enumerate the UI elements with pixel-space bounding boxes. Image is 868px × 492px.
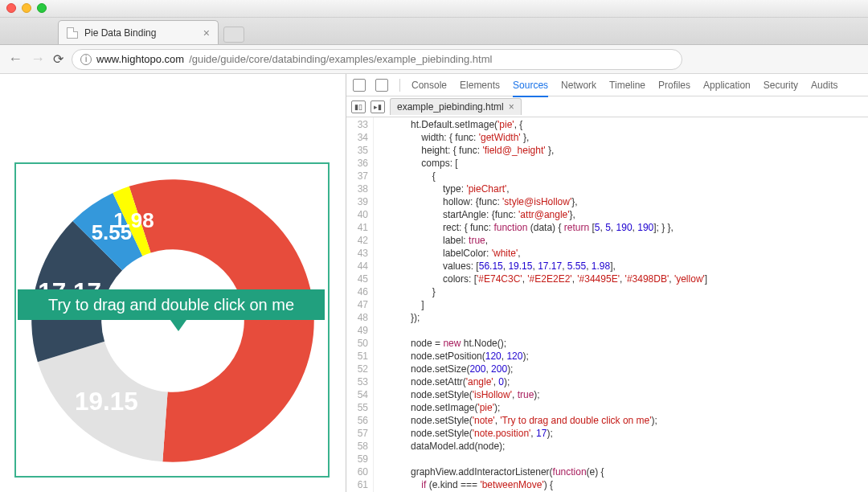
browser-tab[interactable]: Pie Data Binding × — [58, 20, 219, 44]
page-content: 56.1519.1517.175.551.98 Try to drag and … — [0, 74, 868, 492]
source-file-tab[interactable]: example_piebinding.html × — [390, 98, 522, 115]
inspect-element-icon[interactable] — [353, 79, 366, 92]
separator — [399, 79, 400, 92]
devtools-tab-network[interactable]: Network — [561, 80, 596, 91]
page-icon — [67, 27, 78, 39]
devtools-tab-timeline[interactable]: Timeline — [609, 80, 645, 91]
pie-slice-label: 1.98 — [113, 209, 154, 232]
navigator-toggle-icon[interactable]: ▮▯ — [351, 100, 366, 113]
site-info-icon[interactable]: i — [80, 54, 92, 65]
devtools-panel: ConsoleElementsSourcesNetworkTimelinePro… — [346, 74, 868, 492]
window-close-button[interactable] — [6, 3, 16, 13]
forward-button[interactable]: → — [31, 51, 45, 68]
window-zoom-button[interactable] — [37, 3, 47, 13]
source-code[interactable]: ht.Default.setImage('pie', { width: { fu… — [374, 117, 868, 492]
line-number-gutter: 33 34 35 36 37 38 39 40 41 42 43 44 45 4… — [346, 117, 374, 492]
device-toolbar-icon[interactable] — [375, 79, 388, 92]
devtools-tab-audits[interactable]: Audits — [811, 80, 837, 91]
chart-note-callout[interactable]: Try to drag and double click on me — [18, 289, 325, 320]
devtools-subbar: ▮▯ ▸▮ example_piebinding.html × — [346, 96, 868, 117]
source-file-name: example_piebinding.html — [397, 101, 504, 113]
example-viewport: 56.1519.1517.175.551.98 Try to drag and … — [0, 74, 346, 492]
devtools-tabbar: ConsoleElementsSourcesNetworkTimelinePro… — [346, 74, 868, 96]
step-run-icon[interactable]: ▸▮ — [371, 100, 385, 113]
tab-close-icon[interactable]: × — [203, 27, 210, 39]
devtools-tab-sources[interactable]: Sources — [513, 80, 548, 97]
browser-tabstrip: Pie Data Binding × — [0, 18, 868, 45]
devtools-tab-elements[interactable]: Elements — [460, 80, 500, 91]
window-titlebar — [0, 0, 868, 18]
pie-slice-label: 19.15 — [75, 387, 138, 416]
url-path: /guide/guide/core/databinding/examples/e… — [189, 53, 492, 65]
browser-toolbar: ← → ⟳ i www.hightopo.com/guide/guide/cor… — [0, 45, 868, 74]
back-button[interactable]: ← — [8, 51, 23, 68]
devtools-tab-application[interactable]: Application — [703, 80, 751, 91]
url-domain: www.hightopo.com — [96, 53, 184, 65]
devtools-tab-profiles[interactable]: Profiles — [658, 80, 690, 91]
window-minimize-button[interactable] — [22, 3, 31, 13]
address-bar[interactable]: i www.hightopo.com/guide/guide/core/data… — [72, 49, 682, 70]
devtools-tab-console[interactable]: Console — [411, 80, 447, 91]
browser-tab-title: Pie Data Binding — [84, 27, 156, 39]
new-tab-button[interactable] — [223, 27, 244, 43]
reload-button[interactable]: ⟳ — [53, 51, 63, 67]
devtools-tab-security[interactable]: Security — [764, 80, 798, 91]
source-editor[interactable]: 33 34 35 36 37 38 39 40 41 42 43 44 45 4… — [346, 117, 868, 492]
close-icon[interactable]: × — [509, 101, 514, 113]
